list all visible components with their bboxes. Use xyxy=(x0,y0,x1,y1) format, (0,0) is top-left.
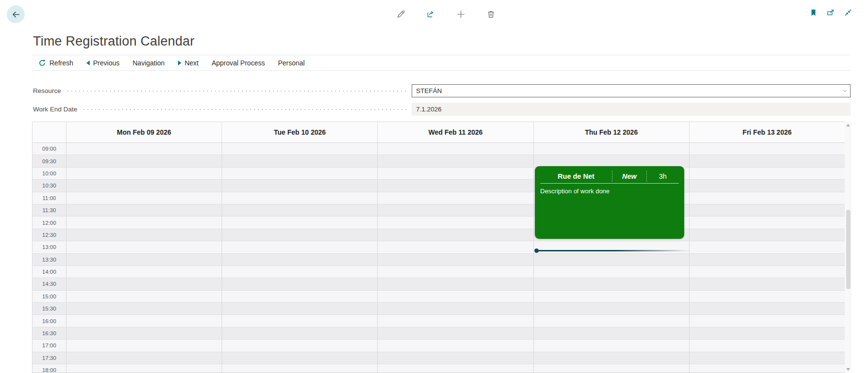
calendar-cell[interactable] xyxy=(690,254,845,265)
personal-action[interactable]: Personal xyxy=(278,59,305,67)
navigation-action[interactable]: Navigation xyxy=(133,59,165,67)
calendar-cell[interactable] xyxy=(222,315,378,326)
scroll-up-arrow-icon[interactable] xyxy=(846,124,850,126)
calendar-cell[interactable] xyxy=(378,352,533,364)
calendar-cell[interactable] xyxy=(378,303,533,314)
calendar-cell[interactable] xyxy=(66,155,222,167)
calendar-cell[interactable] xyxy=(534,291,690,302)
calendar-cell[interactable] xyxy=(534,364,690,373)
calendar-cell[interactable] xyxy=(690,143,845,155)
add-button[interactable] xyxy=(451,4,470,24)
open-in-new-window-button[interactable] xyxy=(824,6,837,19)
calendar-cell[interactable] xyxy=(378,155,533,167)
calendar-cell[interactable] xyxy=(534,352,690,364)
calendar-cell[interactable] xyxy=(690,303,845,314)
calendar-cell[interactable] xyxy=(690,291,845,302)
calendar-cell[interactable] xyxy=(534,266,690,278)
calendar-cell[interactable] xyxy=(534,327,690,339)
calendar-cell[interactable] xyxy=(66,327,222,339)
calendar-cell[interactable] xyxy=(378,192,533,204)
calendar-cell[interactable] xyxy=(222,291,378,302)
calendar-cell[interactable] xyxy=(222,229,378,241)
calendar-cell[interactable] xyxy=(534,315,690,326)
calendar-cell[interactable] xyxy=(690,352,845,364)
calendar-cell[interactable] xyxy=(222,204,378,216)
calendar-cell[interactable] xyxy=(534,278,690,290)
calendar-cell[interactable] xyxy=(690,241,845,253)
calendar-cell[interactable] xyxy=(222,180,378,191)
calendar-cell[interactable] xyxy=(378,327,533,339)
calendar-cell[interactable] xyxy=(222,143,378,155)
refresh-action[interactable]: Refresh xyxy=(38,59,73,67)
calendar-cell[interactable] xyxy=(690,180,845,191)
calendar-cell[interactable] xyxy=(690,340,845,351)
calendar-cell[interactable] xyxy=(378,315,533,326)
calendar-cell[interactable] xyxy=(534,340,690,351)
calendar-cell[interactable] xyxy=(534,143,690,155)
resource-field[interactable] xyxy=(412,84,851,97)
calendar-cell[interactable] xyxy=(66,168,222,179)
calendar-cell[interactable] xyxy=(378,229,533,241)
delete-button[interactable] xyxy=(481,4,500,24)
calendar-cell[interactable] xyxy=(66,303,222,314)
next-action[interactable]: Next xyxy=(178,59,199,67)
calendar-cell[interactable] xyxy=(66,254,222,265)
calendar-cell[interactable] xyxy=(222,352,378,364)
scroll-down-arrow-icon[interactable] xyxy=(846,368,850,371)
calendar-cell[interactable] xyxy=(534,155,690,167)
calendar-cell[interactable] xyxy=(66,266,222,278)
calendar-cell[interactable] xyxy=(690,266,845,278)
calendar-cell[interactable] xyxy=(66,278,222,290)
previous-action[interactable]: Previous xyxy=(86,59,119,67)
calendar-cell[interactable] xyxy=(222,364,378,373)
calendar-cell[interactable] xyxy=(66,352,222,364)
chevron-down-icon[interactable] xyxy=(841,87,849,94)
calendar-cell[interactable] xyxy=(222,278,378,290)
calendar-cell[interactable] xyxy=(66,364,222,373)
scrollbar-thumb[interactable] xyxy=(846,210,851,289)
calendar-cell[interactable] xyxy=(378,266,533,278)
calendar-cell[interactable] xyxy=(66,340,222,351)
calendar-cell[interactable] xyxy=(378,241,533,253)
calendar-cell[interactable] xyxy=(378,364,533,373)
resource-input[interactable] xyxy=(416,87,841,94)
calendar-cell[interactable] xyxy=(66,291,222,302)
calendar-cell[interactable] xyxy=(534,303,690,314)
calendar-cell[interactable] xyxy=(690,229,845,241)
calendar-cell[interactable] xyxy=(222,241,378,253)
calendar-cell[interactable] xyxy=(222,217,378,228)
calendar-cell[interactable] xyxy=(66,229,222,241)
calendar-cell[interactable] xyxy=(222,303,378,314)
approval-process-action[interactable]: Approval Process xyxy=(211,59,265,67)
collapse-button[interactable] xyxy=(842,6,854,19)
share-button[interactable] xyxy=(421,4,440,24)
calendar-cell[interactable] xyxy=(378,217,533,228)
calendar-cell[interactable] xyxy=(66,192,222,204)
calendar-cell[interactable] xyxy=(378,278,533,290)
calendar-cell[interactable] xyxy=(690,327,845,339)
calendar-cell[interactable] xyxy=(66,241,222,253)
calendar-cell[interactable] xyxy=(690,204,845,216)
calendar-cell[interactable] xyxy=(378,168,533,179)
calendar-cell[interactable] xyxy=(690,192,845,204)
calendar-cell[interactable] xyxy=(690,217,845,228)
calendar-cell[interactable] xyxy=(222,266,378,278)
calendar-cell[interactable] xyxy=(690,364,845,373)
calendar-cell[interactable] xyxy=(534,254,690,265)
calendar-cell[interactable] xyxy=(690,168,845,179)
work-end-date-field[interactable]: 7.1.2026 xyxy=(412,103,851,116)
vertical-scrollbar[interactable] xyxy=(845,122,852,373)
back-button[interactable] xyxy=(7,5,25,23)
calendar-cell[interactable] xyxy=(66,217,222,228)
calendar-cell[interactable] xyxy=(690,315,845,326)
calendar-cell[interactable] xyxy=(66,315,222,326)
calendar-cell[interactable] xyxy=(378,143,533,155)
calendar-cell[interactable] xyxy=(222,254,378,265)
calendar-cell[interactable] xyxy=(378,254,533,265)
calendar-cell[interactable] xyxy=(690,278,845,290)
calendar-event[interactable]: Rue de Net New 3h Description of work do… xyxy=(535,166,684,239)
calendar-cell[interactable] xyxy=(690,155,845,167)
calendar-cell[interactable] xyxy=(378,291,533,302)
calendar-cell[interactable] xyxy=(222,192,378,204)
calendar-cell[interactable] xyxy=(66,204,222,216)
